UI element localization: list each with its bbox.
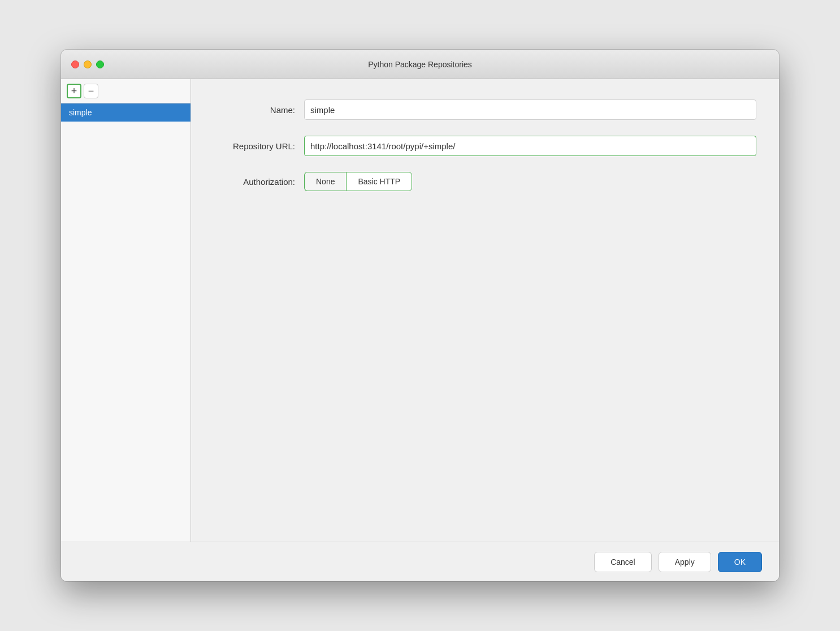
minimize-button[interactable] (84, 60, 92, 68)
dialog-body: + − simple Name: Repository URL: Authori… (61, 79, 779, 542)
name-row: Name: (214, 100, 756, 120)
cancel-button[interactable]: Cancel (594, 552, 652, 572)
repository-list: simple (61, 103, 190, 542)
apply-button[interactable]: Apply (659, 552, 711, 572)
auth-basic-http-button[interactable]: Basic HTTP (346, 172, 412, 191)
auth-label: Authorization: (214, 177, 304, 187)
auth-group: None Basic HTTP (304, 172, 412, 191)
ok-button[interactable]: OK (718, 552, 762, 572)
content-spacer (214, 207, 756, 530)
maximize-button[interactable] (96, 60, 104, 68)
close-button[interactable] (71, 60, 79, 68)
url-row: Repository URL: (214, 136, 756, 156)
dialog-window: Python Package Repositories + − simple N… (61, 50, 779, 581)
main-content: Name: Repository URL: Authorization: Non… (191, 79, 779, 542)
sidebar-toolbar: + − (61, 79, 190, 103)
url-label: Repository URL: (214, 141, 304, 151)
dialog-footer: Cancel Apply OK (61, 542, 779, 581)
traffic-lights (71, 60, 104, 68)
window-title: Python Package Repositories (368, 60, 472, 69)
name-input[interactable] (304, 100, 756, 120)
add-repository-button[interactable]: + (67, 84, 81, 98)
repository-url-input[interactable] (304, 136, 756, 156)
list-item[interactable]: simple (61, 103, 190, 122)
title-bar: Python Package Repositories (61, 50, 779, 79)
sidebar: + − simple (61, 79, 191, 542)
auth-none-button[interactable]: None (304, 172, 346, 191)
auth-row: Authorization: None Basic HTTP (214, 172, 756, 191)
remove-repository-button[interactable]: − (84, 84, 98, 98)
name-label: Name: (214, 105, 304, 115)
